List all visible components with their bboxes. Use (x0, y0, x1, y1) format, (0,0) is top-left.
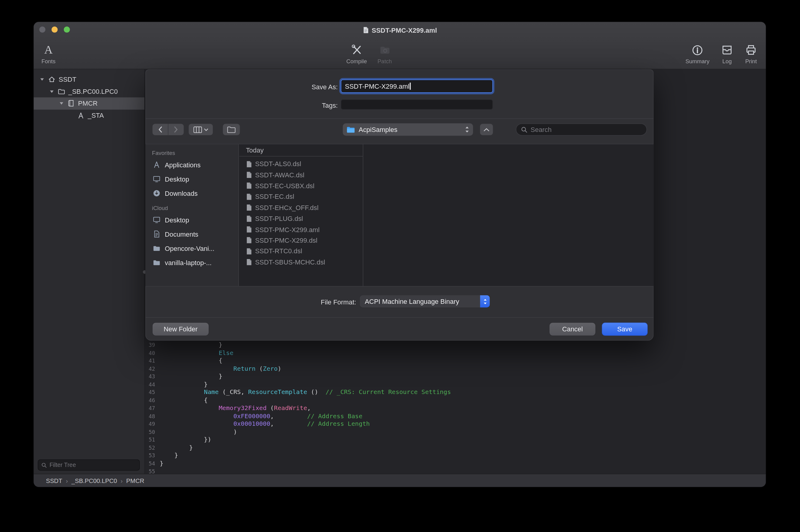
toolbar-fonts-label: Fonts (41, 58, 55, 64)
sidebar-item-label: vanilla-laptop-... (165, 259, 212, 266)
source-code: 39 }40 Else41 {42 Return (Zero)43 }44 }4… (145, 341, 766, 475)
collapse-panel-button[interactable] (480, 124, 493, 135)
code-line: 48 0xFE000000, // Address Base (145, 412, 766, 420)
tree-item-label: PMCR (78, 99, 98, 107)
sidebar-group-header-favorites: Favorites (152, 150, 238, 156)
toolbar-patch-label: Patch (377, 58, 392, 64)
sidebar-item-desktop[interactable]: Desktop (145, 172, 238, 186)
code-line: 41 { (145, 357, 766, 365)
search-field[interactable]: Search (516, 124, 647, 136)
toolbar-patch-button: Patch (377, 43, 392, 64)
sidebar-item-downloads[interactable]: Downloads (145, 186, 238, 200)
toolbar-print-label: Print (745, 58, 757, 64)
file-item-label: SSDT-ALS0.dsl (255, 160, 301, 168)
file-item-ssdt-rtc0-dsl: SSDT-RTC0.dsl (239, 246, 363, 256)
tree-item-label: _SB.PC00.LPC0 (69, 88, 118, 95)
forward-button[interactable] (168, 124, 184, 135)
compile-icon (350, 43, 363, 57)
line-number: 49 (145, 420, 155, 428)
new-folder-button[interactable]: New Folder (153, 323, 209, 336)
toolbar-log-button[interactable]: Log (721, 43, 733, 64)
tags-input[interactable] (341, 99, 493, 110)
folder-icon (227, 126, 236, 133)
file-item-label: SSDT-EC-USBX.dsl (255, 182, 314, 189)
location-value: AcpiSamples (359, 126, 462, 133)
search-placeholder: Search (531, 126, 552, 133)
file-item-ssdt-ec-dsl: SSDT-EC.dsl (239, 191, 363, 202)
code-line: 54} (145, 460, 766, 468)
code-text: { (155, 396, 207, 404)
file-icon (246, 226, 252, 233)
disclosure-triangle-icon[interactable] (39, 76, 45, 82)
home-icon (48, 75, 56, 83)
file-item-label: SSDT-EC.dsl (255, 193, 294, 201)
tags-label: Tags: (145, 101, 338, 109)
file-item-label: SSDT-PMC-X299.dsl (255, 236, 317, 244)
sidebar-item-label: Downloads (165, 189, 198, 197)
file-item-ssdt-ec-usbx-dsl: SSDT-EC-USBX.dsl (239, 180, 363, 191)
window-header: SSDT-PMC-X299.aml A Fonts Compile Patch (34, 22, 766, 69)
divider (145, 118, 653, 119)
file-icon (246, 171, 252, 178)
save-as-label: Save As: (145, 83, 338, 91)
file-item-label: SSDT-RTC0.dsl (255, 248, 302, 255)
maciasl-window: SSDT-PMC-X299.aml A Fonts Compile Patch (34, 22, 766, 487)
code-line: 52 } (145, 444, 766, 452)
divider (145, 317, 653, 318)
folder-tool-button[interactable] (223, 124, 240, 135)
save-as-input[interactable]: SSDT-PMC-X299.aml (341, 80, 493, 93)
tree-item-label: _STA (88, 112, 104, 119)
line-number: 39 (145, 341, 155, 349)
back-button[interactable] (153, 124, 168, 135)
code-text: } (155, 444, 193, 452)
disclosure-triangle-icon[interactable] (49, 88, 55, 95)
folder-filled-icon (152, 259, 161, 267)
breadcrumb-separator: › (120, 477, 123, 484)
sidebar-item-opencore-vani[interactable]: Opencore-Vani... (145, 241, 238, 255)
file-item-label: SSDT-PMC-X299.aml (255, 226, 319, 233)
code-text: { (155, 357, 222, 365)
tree-item-ssdt[interactable]: SSDT (34, 74, 145, 86)
file-icon (246, 182, 252, 189)
toolbar-print-button[interactable]: Print (745, 43, 757, 64)
sidebar-item-desktop[interactable]: Desktop (145, 213, 238, 227)
breadcrumb-item-pmcr: PMCR (126, 477, 145, 484)
filter-tree-field[interactable]: Filter Tree (38, 459, 140, 471)
file-list-pane: Today SSDT-ALS0.dslSSDT-AWAC.dslSSDT-EC-… (239, 144, 653, 286)
code-text: } (155, 381, 207, 388)
navigator-sidebar: SSDT_SB.PC00.LPC0PMCR_STA Filter Tree (34, 69, 145, 474)
code-text: Name (_CRS, ResourceTemplate () // _CRS:… (155, 388, 451, 396)
line-number: 44 (145, 381, 155, 388)
disclosure-triangle-icon[interactable] (58, 100, 65, 107)
file-browser: FavoritesApplicationsDesktopDownloadsiCl… (145, 144, 653, 287)
code-text: } (155, 460, 163, 468)
file-group-header: Today (246, 147, 263, 154)
ssdt-tree: SSDT_SB.PC00.LPC0PMCR_STA (34, 74, 145, 121)
code-text: Memory32Fixed (ReadWrite, (155, 404, 311, 412)
view-mode-button[interactable] (189, 124, 212, 135)
document-icon (362, 26, 369, 34)
toolbar-summary-button[interactable]: Summary (686, 43, 709, 64)
file-item-label: SSDT-AWAC.dsl (255, 171, 304, 178)
line-number: 46 (145, 396, 155, 404)
code-line: 46 { (145, 396, 766, 404)
sidebar-group-header-icloud: iCloud (152, 205, 238, 211)
toolbar-fonts-button[interactable]: A Fonts (41, 43, 55, 64)
chevron-up-down-icon (480, 296, 490, 307)
tree-item-pmcr[interactable]: PMCR (34, 97, 145, 110)
window-title: SSDT-PMC-X299.aml (34, 22, 766, 38)
cancel-button[interactable]: Cancel (550, 323, 596, 336)
line-number: 41 (145, 357, 155, 365)
sidebar-item-documents[interactable]: Documents (145, 227, 238, 241)
file-format-popup[interactable]: ACPI Machine Language Binary (360, 296, 490, 307)
toolbar-compile-button[interactable]: Compile (347, 43, 367, 64)
code-line: 40 Else (145, 349, 766, 357)
status-bar: SSDT›_SB.PC00.LPC0›PMCR (34, 474, 766, 487)
tree-item-sb-pc00-lpc0[interactable]: _SB.PC00.LPC0 (34, 86, 145, 97)
tree-item-sta[interactable]: _STA (34, 109, 145, 121)
file-item-ssdt-pmc-x299-aml: SSDT-PMC-X299.aml (239, 224, 363, 235)
location-popup[interactable]: AcpiSamples (343, 124, 473, 136)
sidebar-item-vanilla-laptop[interactable]: vanilla-laptop-... (145, 255, 238, 270)
sidebar-item-applications[interactable]: Applications (145, 158, 238, 172)
save-button[interactable]: Save (602, 323, 647, 336)
